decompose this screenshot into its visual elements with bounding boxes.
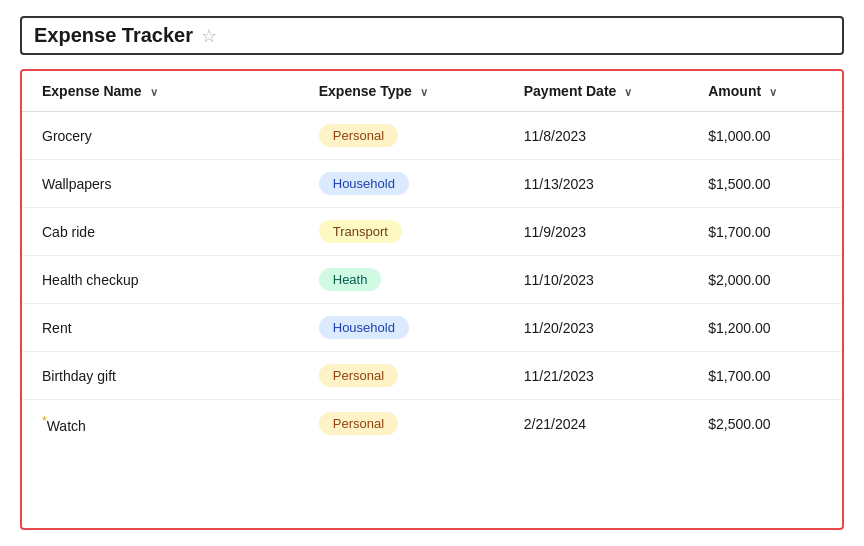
cell-expense-name: *Watch: [22, 400, 299, 448]
cell-expense-type: Personal: [299, 400, 504, 448]
expense-table: Expense Name ∨ Expense Type ∨ Payment Da…: [22, 71, 842, 447]
cell-expense-type: Household: [299, 160, 504, 208]
cell-payment-date: 11/13/2023: [504, 160, 689, 208]
table-row: RentHousehold11/20/2023$1,200.00: [22, 304, 842, 352]
cell-expense-name: Cab ride: [22, 208, 299, 256]
col-header-date[interactable]: Payment Date ∨: [504, 71, 689, 112]
cell-amount: $1,000.00: [688, 112, 842, 160]
cell-expense-name: Health checkup: [22, 256, 299, 304]
cell-payment-date: 11/21/2023: [504, 352, 689, 400]
sort-icon-type: ∨: [420, 86, 428, 98]
table-row: Birthday giftPersonal11/21/2023$1,700.00: [22, 352, 842, 400]
cell-expense-name: Birthday gift: [22, 352, 299, 400]
expense-type-badge: Personal: [319, 364, 398, 387]
cell-expense-type: Personal: [299, 352, 504, 400]
cell-expense-name: Grocery: [22, 112, 299, 160]
cell-payment-date: 11/8/2023: [504, 112, 689, 160]
expense-type-badge: Personal: [319, 412, 398, 435]
col-header-name[interactable]: Expense Name ∨: [22, 71, 299, 112]
table-row: Health checkupHeath11/10/2023$2,000.00: [22, 256, 842, 304]
expense-type-badge: Household: [319, 316, 409, 339]
cell-payment-date: 11/10/2023: [504, 256, 689, 304]
cell-expense-type: Transport: [299, 208, 504, 256]
asterisk-icon: *: [42, 414, 47, 428]
table-header-row: Expense Name ∨ Expense Type ∨ Payment Da…: [22, 71, 842, 112]
cell-expense-name: Wallpapers: [22, 160, 299, 208]
expense-type-badge: Household: [319, 172, 409, 195]
sort-icon-name: ∨: [150, 86, 158, 98]
cell-expense-name: Rent: [22, 304, 299, 352]
table-row: Cab rideTransport11/9/2023$1,700.00: [22, 208, 842, 256]
cell-expense-type: Household: [299, 304, 504, 352]
cell-payment-date: 2/21/2024: [504, 400, 689, 448]
sort-icon-date: ∨: [624, 86, 632, 98]
cell-amount: $1,500.00: [688, 160, 842, 208]
cell-expense-type: Heath: [299, 256, 504, 304]
cell-amount: $1,200.00: [688, 304, 842, 352]
expense-type-badge: Heath: [319, 268, 382, 291]
expense-table-wrapper: Expense Name ∨ Expense Type ∨ Payment Da…: [20, 69, 844, 530]
cell-amount: $1,700.00: [688, 208, 842, 256]
table-row: WallpapersHousehold11/13/2023$1,500.00: [22, 160, 842, 208]
cell-payment-date: 11/9/2023: [504, 208, 689, 256]
col-header-amount[interactable]: Amount ∨: [688, 71, 842, 112]
sort-icon-amount: ∨: [769, 86, 777, 98]
cell-amount: $1,700.00: [688, 352, 842, 400]
app-header: Expense Tracker ☆: [20, 16, 844, 55]
cell-amount: $2,000.00: [688, 256, 842, 304]
page-title: Expense Tracker: [34, 24, 193, 47]
expense-type-badge: Personal: [319, 124, 398, 147]
col-header-type[interactable]: Expense Type ∨: [299, 71, 504, 112]
favorite-icon[interactable]: ☆: [201, 25, 217, 47]
cell-amount: $2,500.00: [688, 400, 842, 448]
cell-payment-date: 11/20/2023: [504, 304, 689, 352]
table-row: *WatchPersonal2/21/2024$2,500.00: [22, 400, 842, 448]
cell-expense-type: Personal: [299, 112, 504, 160]
table-row: GroceryPersonal11/8/2023$1,000.00: [22, 112, 842, 160]
expense-type-badge: Transport: [319, 220, 402, 243]
